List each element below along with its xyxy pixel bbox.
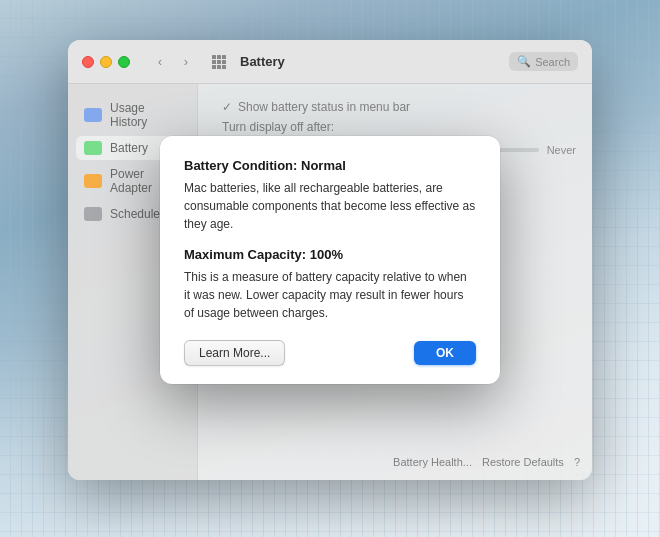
checkmark-icon: ✓ [222, 100, 232, 114]
menu-bar-option: Show battery status in menu bar [238, 100, 410, 114]
adapter-icon [84, 174, 102, 188]
search-icon: 🔍 [517, 55, 531, 68]
nav-arrows: ‹ › [148, 51, 198, 73]
slider-max: Never [547, 144, 576, 156]
help-button[interactable]: ? [574, 456, 580, 468]
top-options: ✓ Show battery status in menu bar Turn d… [214, 100, 576, 134]
sidebar-label-battery: Battery [110, 141, 148, 155]
forward-button[interactable]: › [174, 51, 198, 73]
svg-rect-3 [212, 60, 216, 64]
dialog-capacity-description: This is a measure of battery capacity re… [184, 268, 476, 322]
grid-icon[interactable] [212, 55, 226, 69]
dialog-buttons: Learn More... OK [184, 340, 476, 366]
battery-condition-dialog: Battery Condition: Normal Mac batteries,… [160, 136, 500, 384]
dialog-title: Battery Condition: Normal [184, 158, 476, 173]
svg-rect-8 [222, 65, 226, 69]
dialog-capacity-title: Maximum Capacity: 100% [184, 247, 476, 262]
learn-more-button[interactable]: Learn More... [184, 340, 285, 366]
dialog-description: Mac batteries, like all rechargeable bat… [184, 179, 476, 233]
svg-rect-2 [222, 55, 226, 59]
battery-icon [84, 141, 102, 155]
svg-rect-0 [212, 55, 216, 59]
back-button[interactable]: ‹ [148, 51, 172, 73]
svg-rect-5 [222, 60, 226, 64]
sidebar-item-usage-history[interactable]: Usage History [76, 96, 189, 134]
svg-rect-1 [217, 55, 221, 59]
sidebar-label-schedule: Schedule [110, 207, 160, 221]
usage-icon [84, 108, 102, 122]
titlebar: ‹ › Battery 🔍 Search [68, 40, 592, 84]
svg-rect-7 [217, 65, 221, 69]
sidebar-label-usage: Usage History [110, 101, 181, 129]
search-box[interactable]: 🔍 Search [509, 52, 578, 71]
maximize-button[interactable] [118, 56, 130, 68]
battery-health-button[interactable]: Battery Health... [393, 456, 472, 468]
close-button[interactable] [82, 56, 94, 68]
bottom-bar: Battery Health... Restore Defaults ? [393, 456, 580, 468]
minimize-button[interactable] [100, 56, 112, 68]
display-off-label: Turn display off after: [222, 120, 334, 134]
svg-rect-4 [217, 60, 221, 64]
restore-defaults-button[interactable]: Restore Defaults [482, 456, 564, 468]
search-label: Search [535, 56, 570, 68]
traffic-lights [82, 56, 130, 68]
main-window: ‹ › Battery 🔍 Search [68, 40, 592, 480]
ok-button[interactable]: OK [414, 341, 476, 365]
window-title: Battery [240, 54, 285, 69]
schedule-icon [84, 207, 102, 221]
svg-rect-6 [212, 65, 216, 69]
